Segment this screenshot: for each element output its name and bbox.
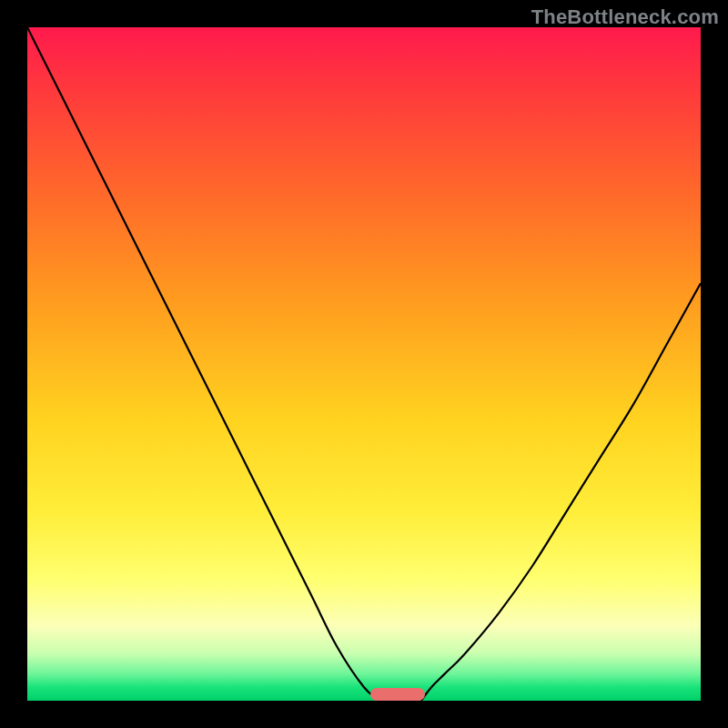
plot-area (27, 27, 701, 701)
watermark-text: TheBottleneck.com (531, 5, 719, 29)
left-curve (27, 27, 381, 701)
right-curve (421, 283, 701, 701)
optimal-marker (370, 688, 424, 701)
curve-layer (27, 27, 701, 701)
chart-frame: TheBottleneck.com (0, 0, 728, 728)
